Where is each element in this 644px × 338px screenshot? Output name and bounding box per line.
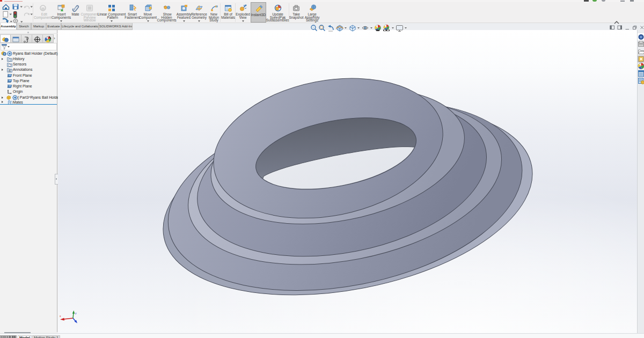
- svg-text:x: x: [60, 314, 61, 318]
- svg-text:z: z: [75, 312, 77, 315]
